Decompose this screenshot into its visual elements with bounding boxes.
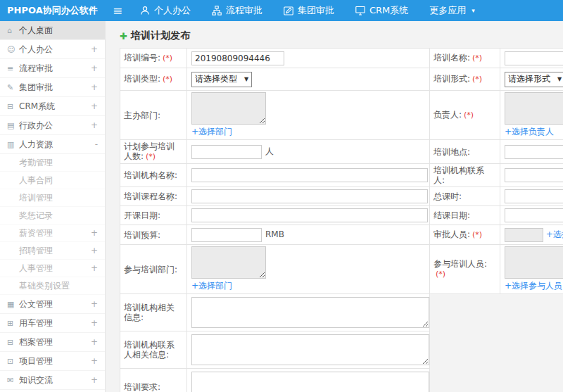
sidebar-subitem-salary[interactable]: 薪资管理 + (0, 225, 105, 242)
label-training-type: 培训类型:(*) (120, 68, 187, 91)
org-contact-info-textarea[interactable] (191, 334, 429, 365)
approver-input[interactable] (505, 228, 543, 242)
sidebar-subitem-training[interactable]: 培训管理 (0, 189, 105, 207)
label-total-hours: 总课时: (430, 187, 500, 206)
end-date-input[interactable] (505, 208, 563, 222)
required-mark: (*) (472, 75, 482, 84)
flow-icon: ≡ (7, 64, 19, 73)
leader-textarea[interactable] (505, 92, 563, 125)
requirement-textarea[interactable] (191, 372, 429, 392)
org-info-textarea[interactable] (191, 297, 429, 328)
expand-icon[interactable]: + (91, 318, 98, 328)
expand-icon[interactable]: + (91, 228, 98, 238)
sidebar-subitem-personnel[interactable]: 人事管理 + (0, 260, 105, 277)
host-dept-textarea[interactable] (191, 92, 266, 125)
form-row: 培训类型:(*) 请选择类型▼ 培训形式:(*) 请选择形式▼ (120, 68, 563, 91)
sidebar-item-archive[interactable]: ⊟ 档案管理 + (0, 333, 105, 352)
expand-icon[interactable]: + (91, 101, 98, 111)
label-approver: 审批人员:(*) (430, 225, 500, 245)
edit-icon: ✎ (7, 83, 19, 92)
label-join-dept: 参与培训部门: (120, 245, 187, 294)
select-dept-link[interactable]: +选择部门 (191, 280, 232, 292)
flow-icon (212, 6, 222, 15)
start-date-input[interactable] (191, 208, 428, 222)
required-mark: (*) (436, 270, 445, 279)
form-row: 培训要求: (120, 369, 563, 392)
topbar: PHPOA协同办公软件 ≡ 个人办公 流程审批 集团审批 CRM系统 更多应用 … (0, 0, 563, 21)
label-course-name: 培训课程名称: (120, 187, 187, 206)
sidebar-item-project[interactable]: ⊡ 项目管理 + (0, 352, 105, 371)
location-input[interactable] (505, 145, 563, 159)
top-nav: 个人办公 流程审批 集团审批 CRM系统 更多应用 ▾ (129, 0, 486, 21)
sidebar: ⌂ 个人桌面 ☺ 个人办公 + ≡ 流程审批 + ✎ 集团审批 + ⊟ CRM系… (0, 21, 106, 392)
nav-workflow-approval[interactable]: 流程审批 (201, 0, 273, 21)
hamburger-icon[interactable]: ≡ (106, 0, 129, 21)
collapse-icon[interactable]: - (95, 139, 98, 149)
expand-icon[interactable]: + (91, 63, 98, 73)
join-staff-textarea[interactable] (505, 246, 563, 279)
join-dept-textarea[interactable] (191, 246, 266, 279)
training-type-select[interactable]: 请选择类型▼ (191, 72, 252, 87)
budget-input[interactable] (191, 228, 262, 242)
planned-count-input[interactable] (191, 145, 262, 159)
sidebar-item-crm[interactable]: ⊟ CRM系统 + (0, 97, 105, 116)
expand-icon[interactable]: + (91, 337, 98, 347)
org-name-input[interactable] (191, 168, 428, 182)
expand-icon[interactable]: + (91, 356, 98, 366)
sidebar-subitem-attendance[interactable]: 考勤管理 (0, 154, 105, 172)
form-row: 主办部门: +选择部门 负责人:(*) +选择负责人 (120, 91, 563, 140)
sidebar-subitem-recruit[interactable]: 招聘管理 + (0, 242, 105, 260)
required-mark: (*) (163, 75, 172, 84)
sidebar-subitem-hr-contract[interactable]: 人事合同 (0, 172, 105, 189)
edit-icon (284, 6, 293, 15)
expand-icon[interactable]: + (91, 82, 98, 92)
sidebar-subitem-base-category[interactable]: 基础类别设置 (0, 277, 105, 295)
project-icon: ⊡ (7, 357, 19, 366)
label-location: 培训地点: (430, 140, 500, 164)
select-join-staff-link[interactable]: +选择参与人员 (505, 280, 562, 292)
expand-icon[interactable]: + (91, 299, 98, 309)
sidebar-item-knowledge[interactable]: ✉ 知识交流 + (0, 371, 105, 390)
total-hours-input[interactable] (505, 189, 563, 203)
expand-icon[interactable]: + (91, 120, 98, 130)
main-content: ✚ 培训计划发布 培训编号:(*) 培训名称:(*) 培训类型:(*) 请选择类… (106, 21, 563, 392)
hr-icon: ▥ (7, 140, 19, 149)
desktop-icon: ⌂ (7, 26, 19, 35)
sidebar-item-document[interactable]: ▦ 公文管理 + (0, 295, 105, 314)
training-no-input[interactable] (191, 51, 284, 65)
required-mark: (*) (146, 152, 156, 161)
sidebar-subitem-rewards[interactable]: 奖惩记录 (0, 207, 105, 225)
form-row: 培训机构相关信息: (120, 294, 563, 331)
org-contact-input[interactable] (505, 168, 563, 182)
expand-icon[interactable]: + (91, 375, 98, 385)
briefcase-icon: ▤ (7, 121, 19, 130)
select-leader-link[interactable]: +选择负责人 (505, 126, 554, 138)
sidebar-item-desktop[interactable]: ⌂ 个人桌面 (0, 21, 105, 40)
label-host-dept: 主办部门: (120, 91, 187, 140)
monitor-icon: ⊟ (7, 102, 19, 111)
training-mode-select[interactable]: 请选择形式▼ (505, 72, 563, 87)
label-budget: 培训预算: (120, 225, 187, 245)
course-name-input[interactable] (191, 189, 428, 203)
sidebar-item-group-approval[interactable]: ✎ 集团审批 + (0, 78, 105, 97)
page-title: ✚ 培训计划发布 (120, 30, 563, 42)
sidebar-item-workflow-approval[interactable]: ≡ 流程审批 + (0, 59, 105, 78)
expand-icon[interactable]: + (91, 246, 98, 255)
form-row: 培训预算: RMB 审批人员:(*) +选择审批人员 (120, 225, 563, 245)
sidebar-item-hr[interactable]: ▥ 人力资源 - (0, 135, 105, 154)
required-mark: (*) (472, 53, 482, 63)
nav-more-apps[interactable]: 更多应用 ▾ (419, 0, 486, 21)
nav-personal-office[interactable]: 个人办公 (129, 0, 201, 21)
select-approver-link[interactable]: +选择审批人员 (546, 229, 563, 241)
nav-group-approval[interactable]: 集团审批 (273, 0, 345, 21)
select-dept-link[interactable]: +选择部门 (191, 126, 232, 138)
form-row: 参与培训部门: +选择部门 参与培训人员:(*) +选择参与人员 (120, 245, 563, 294)
training-name-input[interactable] (505, 51, 563, 65)
sidebar-item-admin-office[interactable]: ▤ 行政办公 + (0, 116, 105, 135)
nav-crm[interactable]: CRM系统 (345, 0, 419, 21)
label-org-info: 培训机构相关信息: (120, 294, 187, 331)
expand-icon[interactable]: + (91, 263, 98, 273)
sidebar-item-personal-office[interactable]: ☺ 个人办公 + (0, 40, 105, 59)
expand-icon[interactable]: + (91, 44, 98, 54)
sidebar-item-vehicle[interactable]: ⊞ 用车管理 + (0, 314, 105, 333)
